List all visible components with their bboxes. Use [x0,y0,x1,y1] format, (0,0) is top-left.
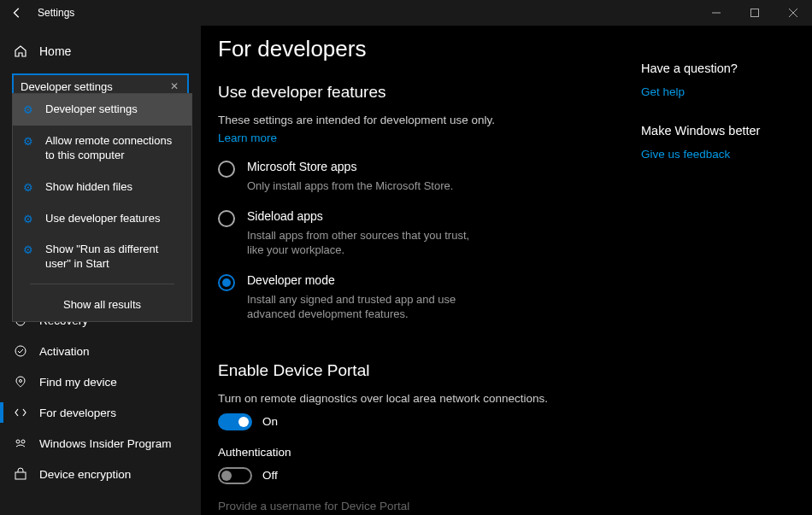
clear-search-icon[interactable]: ✕ [168,80,180,92]
sidebar-item-activation[interactable]: Activation [0,336,201,366]
close-button[interactable] [774,0,812,26]
divider [30,284,174,284]
settings-icon: ⚙ [23,135,35,148]
content-area: For developers Use developer features Th… [201,26,812,515]
nav-label: Find my device [39,376,117,389]
search-suggestions: ⚙ Developer settings ⚙ Allow remote conn… [12,93,192,322]
settings-icon: ⚙ [23,181,35,194]
developers-icon [14,406,27,419]
radio-label: Sideload apps [247,209,486,223]
home-label: Home [39,44,71,58]
suggestion-item[interactable]: ⚙ Show hidden files [13,172,191,203]
radio-button[interactable] [218,161,235,178]
suggestion-item[interactable]: ⚙ Show "Run as different user" in Start [13,234,191,280]
feedback-heading: Make Windows better [641,124,803,138]
radio-label: Developer mode [247,273,486,287]
sidebar-item-encryption[interactable]: Device encryption [0,459,201,489]
suggestion-item[interactable]: ⚙ Developer settings [13,94,191,126]
get-help-link[interactable]: Get help [641,85,685,98]
maximize-button[interactable] [735,0,774,26]
find-device-icon [14,375,27,389]
settings-icon: ⚙ [23,243,35,256]
sidebar-item-for-developers[interactable]: For developers [0,397,201,428]
back-button[interactable] [0,0,34,26]
device-portal-toggle[interactable] [218,413,252,430]
svg-point-8 [21,440,25,443]
suggestion-label: Allow remote connections to this compute… [45,134,181,163]
suggestion-label: Show hidden files [45,180,181,195]
suggestion-label: Use developer features [45,212,181,226]
radio-option-developer[interactable]: Developer mode Install any signed and tr… [218,273,641,322]
auth-label: Authentication [218,446,641,459]
section-description: These settings are intended for developm… [218,114,641,126]
username-label: Provide a username for Device Portal [218,500,641,512]
radio-description: Install any signed and trusted app and u… [247,292,486,322]
encryption-icon [14,467,27,481]
learn-more-link[interactable]: Learn more [218,132,277,144]
toggle-state-label: On [262,415,278,428]
nav-label: For developers [39,407,116,419]
section-description: Turn on remote diagnostics over local ar… [218,392,641,405]
radio-description: Only install apps from the Microsoft Sto… [247,178,453,194]
home-nav[interactable]: Home [0,38,201,65]
show-all-results[interactable]: Show all results [13,288,191,321]
page-title: For developers [218,36,641,62]
home-icon [14,44,27,58]
svg-point-5 [15,346,26,356]
toggle-state-label: Off [262,469,278,482]
activation-icon [14,344,27,358]
radio-label: Microsoft Store apps [247,160,453,173]
sidebar-item-insider[interactable]: Windows Insider Program [0,428,201,459]
suggestion-item[interactable]: ⚙ Allow remote connections to this compu… [13,126,191,172]
insider-icon [14,436,27,450]
nav-label: Windows Insider Program [39,437,172,450]
suggestion-item[interactable]: ⚙ Use developer features [13,203,191,235]
radio-description: Install apps from other sources that you… [247,228,486,258]
feedback-link[interactable]: Give us feedback [641,148,730,161]
section-heading: Enable Device Portal [218,361,641,380]
settings-icon: ⚙ [23,103,35,116]
titlebar: Settings [0,0,812,26]
radio-button[interactable] [218,274,235,291]
sidebar: Home ✕ Recovery Activation Find my devic… [0,26,201,515]
radio-option-sideload[interactable]: Sideload apps Install apps from other so… [218,209,641,258]
search-input[interactable] [21,80,168,93]
help-heading: Have a question? [641,61,803,75]
settings-icon: ⚙ [23,213,35,225]
svg-point-7 [16,440,20,443]
section-heading: Use developer features [218,83,641,102]
minimize-button[interactable] [697,0,735,26]
suggestion-label: Developer settings [45,102,181,117]
window-title: Settings [34,7,74,19]
radio-option-store[interactable]: Microsoft Store apps Only install apps f… [218,160,641,194]
suggestion-label: Show "Run as different user" in Start [45,243,181,272]
radio-button[interactable] [218,210,235,227]
svg-rect-1 [750,9,758,17]
nav-label: Device encryption [39,468,131,481]
authentication-toggle[interactable] [218,467,252,484]
svg-point-6 [20,380,22,383]
nav-label: Activation [39,345,90,358]
sidebar-item-find-device[interactable]: Find my device [0,366,201,397]
svg-rect-9 [15,472,26,479]
